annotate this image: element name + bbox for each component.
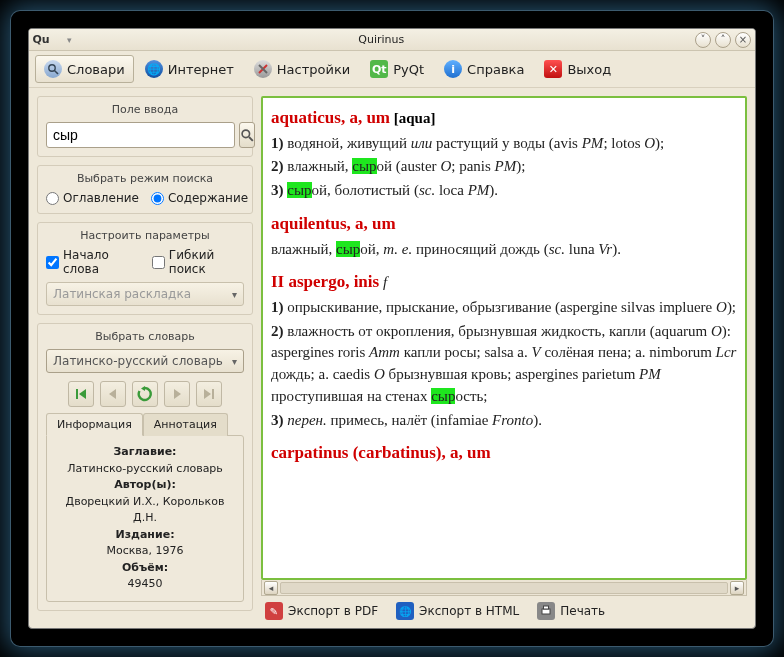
mode-group: Выбрать режим поиска Оглавление Содержан… xyxy=(37,165,253,214)
info-pane: Заглавие: Латинско-русский словарь Автор… xyxy=(46,435,244,602)
tab-anno[interactable]: Аннотация xyxy=(143,413,228,436)
tools-icon xyxy=(254,60,272,78)
nav-next-button[interactable] xyxy=(164,381,190,407)
svg-point-0 xyxy=(49,65,55,71)
dict-group: Выбрать словарь Латинско-русский словарь… xyxy=(37,323,253,611)
svg-rect-6 xyxy=(76,389,78,399)
nav-last-button[interactable] xyxy=(196,381,222,407)
tab-dictionaries[interactable]: Словари xyxy=(35,55,134,83)
tab-internet-label: Интернет xyxy=(168,62,234,77)
tab-help-label: Справка xyxy=(467,62,524,77)
nav-reload-button[interactable] xyxy=(132,381,158,407)
svg-rect-14 xyxy=(544,606,549,609)
tab-pyqt[interactable]: Qt PyQt xyxy=(361,55,433,83)
tab-dictionaries-label: Словари xyxy=(67,62,125,77)
app-icon: Qu xyxy=(33,32,49,48)
search-group-title: Поле ввода xyxy=(46,103,244,116)
dict-group-title: Выбрать словарь xyxy=(46,330,244,343)
svg-marker-9 xyxy=(141,386,145,391)
tab-pyqt-label: PyQt xyxy=(393,62,424,77)
layout-select[interactable]: Латинская раскладка xyxy=(46,282,244,306)
svg-point-4 xyxy=(242,130,249,137)
exit-icon: ✕ xyxy=(544,60,562,78)
qt-icon: Qt xyxy=(370,60,388,78)
info-icon: i xyxy=(444,60,462,78)
content-area: Поле ввода Выбрать режим поиска Оглавлен… xyxy=(29,88,755,628)
nav-prev-button[interactable] xyxy=(100,381,126,407)
scroll-left-button[interactable]: ◂ xyxy=(264,581,278,595)
nav-first-button[interactable] xyxy=(68,381,94,407)
search-input[interactable] xyxy=(46,122,235,148)
radio-content[interactable]: Содержание xyxy=(151,191,248,205)
tab-info[interactable]: Информация xyxy=(46,413,143,436)
close-button[interactable]: × xyxy=(735,32,751,48)
svg-marker-12 xyxy=(204,389,211,399)
results-hscrollbar[interactable]: ◂ ▸ xyxy=(261,580,747,596)
main-toolbar: Словари 🌐 Интернет Настройки Qt PyQt i С… xyxy=(29,51,755,88)
sidebar: Поле ввода Выбрать режим поиска Оглавлен… xyxy=(29,88,261,628)
results-pane[interactable]: aquaticus, a, um [aqua] 1) водяной, живу… xyxy=(261,96,747,580)
html-icon: 🌐 xyxy=(396,602,414,620)
printer-icon xyxy=(537,602,555,620)
search-icon xyxy=(240,128,254,142)
radio-toc[interactable]: Оглавление xyxy=(46,191,139,205)
svg-line-1 xyxy=(55,71,58,74)
export-bar: ✎ Экспорт в PDF 🌐 Экспорт в HTML Печать xyxy=(261,596,747,620)
tab-settings[interactable]: Настройки xyxy=(245,55,359,83)
svg-rect-11 xyxy=(212,389,214,399)
globe-icon: 🌐 xyxy=(145,60,163,78)
tab-internet[interactable]: 🌐 Интернет xyxy=(136,55,243,83)
export-html-button[interactable]: 🌐 Экспорт в HTML xyxy=(396,602,519,620)
window-title: Quirinus xyxy=(72,33,691,46)
magnifier-icon xyxy=(44,60,62,78)
titlebar: Qu ▾ Quirinus ˅ ˄ × xyxy=(29,29,755,51)
svg-line-5 xyxy=(249,137,253,141)
check-wordstart[interactable]: Начало слова xyxy=(46,248,138,276)
tab-help[interactable]: i Справка xyxy=(435,55,533,83)
export-pdf-button[interactable]: ✎ Экспорт в PDF xyxy=(265,602,378,620)
params-group-title: Настроить параметры xyxy=(46,229,244,242)
tab-settings-label: Настройки xyxy=(277,62,350,77)
app-window: Qu ▾ Quirinus ˅ ˄ × Словари 🌐 Интернет Н… xyxy=(28,28,756,629)
print-button[interactable]: Печать xyxy=(537,602,605,620)
dict-select[interactable]: Латинско-русский словарь xyxy=(46,349,244,373)
tab-exit[interactable]: ✕ Выход xyxy=(535,55,620,83)
svg-marker-10 xyxy=(174,389,181,399)
svg-marker-8 xyxy=(109,389,116,399)
minimize-button[interactable]: ˅ xyxy=(695,32,711,48)
check-fuzzy[interactable]: Гибкий поиск xyxy=(152,248,244,276)
tab-exit-label: Выход xyxy=(567,62,611,77)
params-group: Настроить параметры Начало слова Гибкий … xyxy=(37,222,253,315)
maximize-button[interactable]: ˄ xyxy=(715,32,731,48)
pdf-icon: ✎ xyxy=(265,602,283,620)
svg-rect-13 xyxy=(542,609,550,614)
search-group: Поле ввода xyxy=(37,96,253,157)
mode-group-title: Выбрать режим поиска xyxy=(46,172,244,185)
search-button[interactable] xyxy=(239,122,255,148)
main-area: aquaticus, a, um [aqua] 1) водяной, живу… xyxy=(261,88,755,628)
svg-marker-7 xyxy=(79,389,86,399)
scroll-right-button[interactable]: ▸ xyxy=(730,581,744,595)
